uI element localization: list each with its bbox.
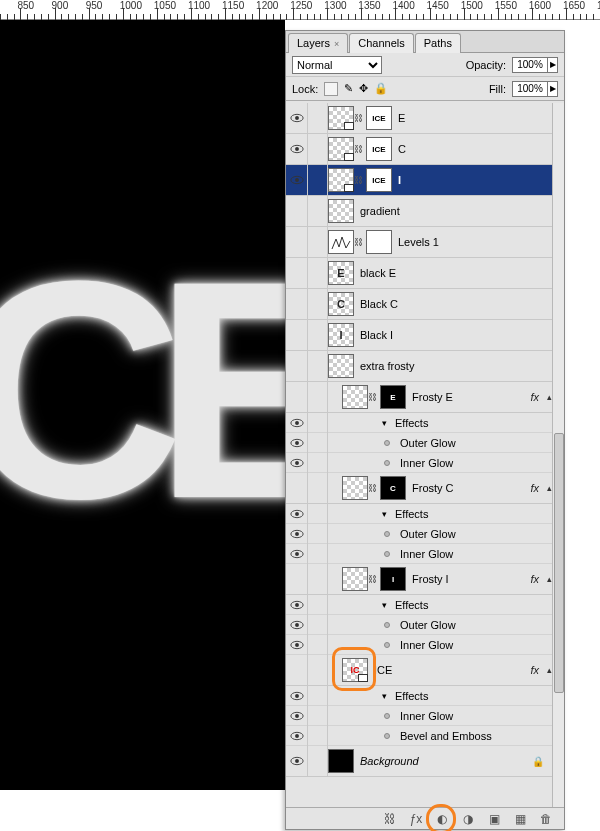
visibility-toggle[interactable] — [286, 544, 308, 564]
visibility-toggle[interactable] — [286, 524, 308, 544]
visibility-toggle[interactable] — [286, 258, 308, 289]
layer-name[interactable]: Frosty E — [412, 391, 453, 403]
link-mask-icon[interactable]: ⛓ — [354, 175, 362, 185]
trash-icon[interactable]: 🗑 — [538, 812, 554, 826]
layer-name[interactable]: I — [398, 174, 401, 186]
layer-row[interactable]: ICICEfx▴ — [286, 655, 552, 686]
visibility-toggle[interactable] — [286, 453, 308, 473]
layer-name[interactable]: Black I — [360, 329, 393, 341]
effect-item[interactable]: Inner Glow — [286, 706, 552, 726]
layer-row[interactable]: ⛓EFrosty Efx▴ — [286, 382, 552, 413]
effect-item[interactable]: Outer Glow — [286, 524, 552, 544]
effect-item[interactable]: Inner Glow — [286, 544, 552, 564]
layer-thumbnail[interactable] — [328, 168, 354, 192]
layer-thumbnail[interactable]: C — [328, 292, 354, 316]
link-column[interactable] — [308, 227, 328, 258]
link-column[interactable] — [308, 473, 328, 504]
effects-header[interactable]: ▾Effects — [286, 504, 552, 524]
effect-item[interactable]: Inner Glow — [286, 453, 552, 473]
layer-row[interactable]: ⛓IFrosty Ifx▴ — [286, 564, 552, 595]
visibility-toggle[interactable] — [286, 351, 308, 382]
visibility-toggle[interactable] — [286, 227, 308, 258]
layer-name[interactable]: C — [398, 143, 406, 155]
layer-row[interactable]: ⛓ICEC — [286, 134, 552, 165]
tab-channels[interactable]: Channels — [349, 33, 413, 53]
fx-icon[interactable]: ƒx — [408, 812, 424, 826]
layer-row[interactable]: extra frosty — [286, 351, 552, 382]
layer-mask-thumbnail[interactable]: I — [380, 567, 406, 591]
effects-header[interactable]: ▾Effects — [286, 413, 552, 433]
layer-thumbnail[interactable]: IC — [342, 658, 368, 682]
fx-indicator[interactable]: fx — [530, 482, 539, 494]
effect-item[interactable]: Outer Glow — [286, 615, 552, 635]
layer-name[interactable]: Background — [360, 755, 419, 767]
effects-header[interactable]: ▾Effects — [286, 595, 552, 615]
visibility-toggle[interactable] — [286, 473, 308, 504]
visibility-toggle[interactable] — [286, 103, 308, 134]
collapse-icon[interactable]: ▾ — [382, 418, 387, 428]
link-column[interactable] — [308, 196, 328, 227]
fill-field[interactable] — [513, 82, 547, 96]
layer-row[interactable]: ⛓Levels 1 — [286, 227, 552, 258]
visibility-toggle[interactable] — [286, 564, 308, 595]
opacity-flyout-icon[interactable]: ▶ — [547, 58, 557, 72]
fill-input[interactable]: ▶ — [512, 81, 558, 97]
layer-mask-thumbnail[interactable] — [366, 230, 392, 254]
layer-name[interactable]: gradient — [360, 205, 400, 217]
layer-mask-thumbnail[interactable]: ICE — [366, 168, 392, 192]
layers-list[interactable]: ⛓ICEE⛓ICEC⛓ICEIgradient⛓Levels 1Eblack E… — [286, 103, 552, 807]
visibility-toggle[interactable] — [286, 382, 308, 413]
layer-name[interactable]: E — [398, 112, 405, 124]
visibility-toggle[interactable] — [286, 165, 308, 196]
layer-thumbnail[interactable] — [328, 230, 354, 254]
effect-item[interactable]: Outer Glow — [286, 433, 552, 453]
mask-icon[interactable]: ◐ — [434, 812, 450, 826]
link-column[interactable] — [308, 564, 328, 595]
layer-row[interactable]: ⛓ICEI — [286, 165, 552, 196]
layer-row[interactable]: CBlack C — [286, 289, 552, 320]
layer-row[interactable]: Background🔒 — [286, 746, 552, 777]
layer-name[interactable]: Levels 1 — [398, 236, 439, 248]
link-icon[interactable]: ⛓ — [382, 812, 398, 826]
link-mask-icon[interactable]: ⛓ — [354, 237, 362, 247]
link-mask-icon[interactable]: ⛓ — [354, 113, 362, 123]
fill-flyout-icon[interactable]: ▶ — [547, 82, 557, 96]
layers-scrollbar[interactable] — [552, 103, 564, 807]
effect-item[interactable]: Bevel and Emboss — [286, 726, 552, 746]
collapse-icon[interactable]: ▾ — [382, 691, 387, 701]
link-column[interactable] — [308, 258, 328, 289]
visibility-toggle[interactable] — [286, 615, 308, 635]
fx-indicator[interactable]: fx — [530, 391, 539, 403]
tab-paths[interactable]: Paths — [415, 33, 461, 53]
visibility-toggle[interactable] — [286, 320, 308, 351]
link-column[interactable] — [308, 165, 328, 196]
folder-icon[interactable]: ▣ — [486, 812, 502, 826]
collapse-icon[interactable]: ▾ — [382, 509, 387, 519]
adjust-icon[interactable]: ◑ — [460, 812, 476, 826]
layer-name[interactable]: ICE — [374, 664, 392, 676]
visibility-toggle[interactable] — [286, 289, 308, 320]
layer-row[interactable]: ⛓ICEE — [286, 103, 552, 134]
link-column[interactable] — [308, 746, 328, 777]
visibility-toggle[interactable] — [286, 433, 308, 453]
layer-mask-thumbnail[interactable]: E — [380, 385, 406, 409]
layer-thumbnail[interactable]: E — [328, 261, 354, 285]
visibility-toggle[interactable] — [286, 595, 308, 615]
link-column[interactable] — [308, 655, 328, 686]
blend-mode-select[interactable]: Normal — [292, 56, 382, 74]
layer-thumbnail[interactable] — [342, 476, 368, 500]
layer-row[interactable]: ⛓CFrosty Cfx▴ — [286, 473, 552, 504]
layer-name[interactable]: Frosty I — [412, 573, 449, 585]
layer-mask-thumbnail[interactable]: ICE — [366, 137, 392, 161]
link-column[interactable] — [308, 134, 328, 165]
link-column[interactable] — [308, 351, 328, 382]
scrollbar-thumb[interactable] — [554, 433, 564, 693]
lock-all-icon[interactable]: 🔒 — [374, 82, 388, 95]
visibility-toggle[interactable] — [286, 504, 308, 524]
link-column[interactable] — [308, 103, 328, 134]
visibility-toggle[interactable] — [286, 635, 308, 655]
layer-row[interactable]: gradient — [286, 196, 552, 227]
tab-close-icon[interactable]: × — [334, 39, 339, 49]
layer-row[interactable]: IBlack I — [286, 320, 552, 351]
opacity-input[interactable]: ▶ — [512, 57, 558, 73]
